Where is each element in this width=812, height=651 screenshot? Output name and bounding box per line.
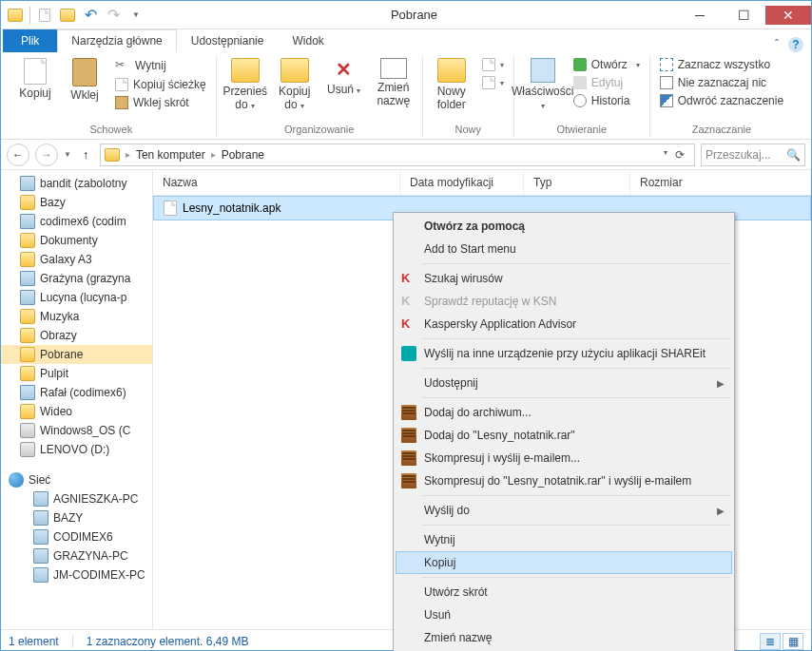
redo-icon[interactable]: ↷	[103, 5, 124, 26]
collapse-ribbon-icon[interactable]: ˆ	[775, 38, 779, 51]
tab-share[interactable]: Udostępnianie	[177, 29, 279, 52]
ctx-copy[interactable]: Kopiuj	[396, 551, 732, 574]
tree-item[interactable]: Dokumenty	[1, 231, 152, 250]
qat-new-icon[interactable]	[34, 5, 55, 26]
ctx-scan-viruses[interactable]: KSzukaj wirusów	[396, 267, 732, 290]
tree-item[interactable]: Windows8_OS (C	[1, 421, 152, 440]
crumb-folder[interactable]: Pobrane	[222, 148, 264, 162]
qat-folder-icon[interactable]	[5, 5, 26, 26]
tree-item[interactable]: JM-CODIMEX-PC	[1, 565, 152, 584]
tree-item[interactable]: Wideo	[1, 402, 152, 421]
copy-to-button[interactable]: Kopiuj do ▾	[272, 56, 318, 113]
paste-shortcut-button[interactable]: Wklej skrót	[111, 94, 210, 111]
ctx-add-archive[interactable]: Dodaj do archiwum...	[396, 401, 732, 424]
window-title: Pobrane	[150, 8, 678, 22]
edit-button: Edytuj	[570, 74, 644, 91]
ctx-compress-rar-mail[interactable]: Skompresuj do "Lesny_notatnik.rar" i wyś…	[396, 469, 732, 492]
qat-open-icon[interactable]	[57, 5, 78, 26]
cut-button[interactable]: ✂Wytnij	[111, 56, 210, 75]
ctx-add-start[interactable]: Add to Start menu	[396, 238, 732, 260]
tree-item[interactable]: Pulpit	[1, 364, 152, 383]
window-controls: ─ ☐ ✕	[678, 6, 811, 25]
move-to-button[interactable]: Przenieś do ▾	[222, 56, 268, 113]
ctx-share-with[interactable]: Udostępnij▶	[396, 372, 732, 394]
view-icons-button[interactable]: ▦	[783, 633, 803, 650]
tree-item[interactable]: LENOVO (D:)	[1, 440, 152, 459]
refresh-icon[interactable]: ⟳	[669, 148, 690, 162]
crumb-pc[interactable]: Ten komputer	[136, 148, 205, 162]
ctx-shareit[interactable]: Wyślij na inne urządzenie przy użyciu ap…	[396, 342, 732, 365]
new-folder-button[interactable]: Nowy folder	[429, 56, 474, 113]
ctx-open-with[interactable]: Otwórz za pomocą	[396, 215, 732, 238]
ctx-kaa[interactable]: KKaspersky Application Advisor	[396, 313, 732, 335]
tab-home[interactable]: Narzędzia główne	[57, 29, 176, 52]
tree-item[interactable]: Galaxy A3	[1, 250, 152, 269]
ctx-create-shortcut[interactable]: Utwórz skrót	[396, 581, 732, 603]
navigation-tree[interactable]: bandit (zabolotny Bazy codimex6 (codim D…	[1, 170, 153, 629]
col-date[interactable]: Data modyfikacji	[400, 170, 524, 195]
ctx-compress-mail[interactable]: Skompresuj i wyślij e-mailem...	[396, 447, 732, 469]
undo-icon[interactable]: ↶	[80, 5, 101, 26]
paste-button[interactable]: Wklej	[62, 56, 107, 104]
minimize-button[interactable]: ─	[678, 6, 722, 25]
titlebar: ↶ ↷ ▼ Pobrane ─ ☐ ✕	[1, 1, 811, 29]
properties-button[interactable]: Właściwości ▾	[520, 56, 566, 113]
tree-item[interactable]: Obrazy	[1, 326, 152, 345]
status-selected: 1 zaznaczony element. 6,49 MB	[87, 635, 249, 648]
ctx-delete[interactable]: Usuń	[396, 603, 732, 626]
open-button[interactable]: Otwórz▾	[570, 56, 644, 73]
select-all-button[interactable]: Zaznacz wszystko	[656, 56, 787, 73]
history-dropdown-icon[interactable]: ▼	[64, 150, 71, 159]
copy-path-button[interactable]: Kopiuj ścieżkę	[111, 76, 210, 93]
tree-item[interactable]: Bazy	[1, 193, 152, 212]
col-name[interactable]: Nazwa	[153, 170, 400, 195]
new-item-button[interactable]: ▾	[478, 56, 508, 73]
tree-item-selected[interactable]: Pobrane	[1, 345, 152, 364]
tree-item[interactable]: GRAZYNA-PC	[1, 546, 152, 565]
up-button[interactable]: ↑	[77, 148, 94, 162]
copy-button[interactable]: Kopiuj	[12, 56, 58, 102]
qat-dropdown-icon[interactable]: ▼	[126, 5, 146, 26]
address-dropdown-icon[interactable]: ▾	[664, 148, 667, 162]
folder-icon	[105, 148, 120, 162]
tab-file[interactable]: Plik	[3, 29, 57, 52]
ribbon: Kopiuj Wklej ✂Wytnij Kopiuj ścieżkę Wkle…	[1, 52, 811, 140]
col-type[interactable]: Typ	[524, 170, 630, 195]
help-icon[interactable]: ?	[788, 37, 803, 52]
ctx-send-to[interactable]: Wyślij do▶	[396, 499, 732, 522]
select-none-button[interactable]: Nie zaznaczaj nic	[656, 74, 787, 91]
ctx-rename[interactable]: Zmień nazwę	[396, 626, 732, 649]
tree-item[interactable]: bandit (zabolotny	[1, 174, 152, 193]
tree-item[interactable]: codimex6 (codim	[1, 212, 152, 231]
invert-selection-button[interactable]: Odwróć zaznaczenie	[656, 92, 787, 109]
group-open: Właściwości ▾ Otwórz▾ Edytuj Historia Ot…	[514, 56, 650, 137]
ctx-cut[interactable]: Wytnij	[396, 528, 732, 551]
rename-button[interactable]: Zmień nazwę	[371, 56, 416, 109]
context-menu: Otwórz za pomocą Add to Start menu KSzuk…	[393, 212, 735, 651]
search-icon: 🔍	[786, 148, 801, 162]
view-details-button[interactable]: ≣	[760, 633, 781, 650]
col-size[interactable]: Rozmiar	[630, 170, 811, 195]
close-button[interactable]: ✕	[765, 6, 811, 25]
maximize-button[interactable]: ☐	[722, 6, 765, 25]
search-input[interactable]: Przeszukaj... 🔍	[701, 144, 805, 166]
back-button[interactable]: ←	[7, 144, 29, 166]
tree-item[interactable]: CODIMEX6	[1, 527, 152, 546]
ctx-ksn: KSprawdź reputację w KSN	[396, 290, 732, 313]
tree-item[interactable]: Grażyna (grazyna	[1, 269, 152, 288]
history-button[interactable]: Historia	[570, 92, 644, 109]
tab-view[interactable]: Widok	[278, 29, 338, 52]
ctx-add-rar[interactable]: Dodaj do "Lesny_notatnik.rar"	[396, 424, 732, 447]
forward-button: →	[35, 144, 58, 166]
breadcrumb[interactable]: ▸ Ten komputer ▸ Pobrane ▾ ⟳	[100, 144, 695, 166]
tree-item[interactable]: AGNIESZKA-PC	[1, 489, 152, 508]
tree-item[interactable]: BAZY	[1, 508, 152, 527]
tree-item[interactable]: Lucyna (lucyna-p	[1, 288, 152, 307]
new-access-button[interactable]: ▾	[478, 74, 508, 91]
delete-button[interactable]: ✕Usuń ▾	[321, 56, 367, 98]
tree-item[interactable]: Muzyka	[1, 307, 152, 326]
tree-item[interactable]: Rafał (codimex6)	[1, 383, 152, 402]
tree-network[interactable]: Sieć	[1, 470, 152, 489]
file-icon	[164, 201, 177, 216]
group-select: Zaznacz wszystko Nie zaznaczaj nic Odwró…	[650, 56, 793, 137]
